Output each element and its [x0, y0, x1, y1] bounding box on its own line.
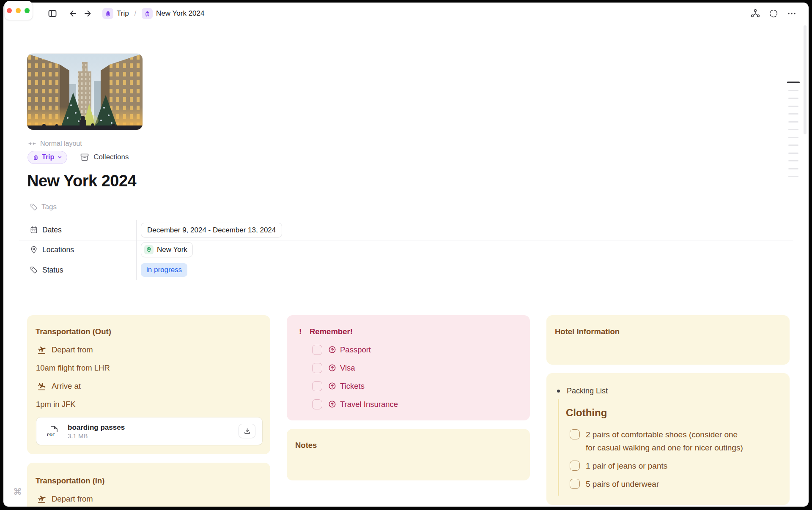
card-hotel-information: Hotel Information — [546, 315, 790, 365]
ellipsis-icon — [787, 8, 797, 19]
outline-mark[interactable] — [788, 160, 798, 161]
attachment-name: boarding passes — [68, 423, 125, 432]
outline-mark[interactable] — [788, 145, 798, 146]
status-badge[interactable]: in progress — [141, 263, 187, 277]
checklist-item: Travel Insurance — [287, 395, 398, 413]
property-label-locations: Locations — [30, 244, 74, 256]
collections-label: Collections — [93, 153, 129, 161]
card-notes: Notes — [287, 429, 530, 480]
normal-layout-icon — [28, 139, 36, 148]
connections-button[interactable] — [750, 8, 760, 19]
row-divider — [19, 240, 793, 240]
arrive-label: Arrive at — [52, 382, 81, 391]
breadcrumb-separator: / — [134, 10, 136, 17]
outline-mark[interactable] — [788, 98, 798, 99]
desktop-background: Trip / New York 2024 — [0, 0, 812, 510]
plane-takeoff-icon — [36, 345, 47, 355]
document-type-chip[interactable]: Trip — [27, 151, 67, 164]
outline-mark[interactable] — [788, 106, 798, 107]
plane-takeoff-icon — [36, 494, 47, 504]
dates-label: Dates — [42, 226, 62, 235]
locations-label: Locations — [42, 245, 74, 254]
layout-switcher[interactable]: Normal layout — [28, 139, 82, 148]
depart-label: Depart from — [52, 494, 93, 504]
outline-mark[interactable] — [788, 176, 798, 177]
breadcrumb-current-page[interactable]: New York 2024 — [142, 8, 204, 19]
outline-mark[interactable] — [788, 153, 798, 154]
checkbox[interactable] — [570, 479, 580, 489]
checkbox[interactable] — [312, 381, 322, 391]
checklist-label: Visa — [340, 363, 355, 373]
property-label-dates: Dates — [30, 224, 62, 236]
tags-field[interactable]: Tags — [30, 202, 57, 212]
minimize-button[interactable] — [16, 8, 21, 13]
packing-list-label: Packing List — [567, 387, 608, 395]
close-button[interactable] — [7, 8, 12, 13]
plane-landing-icon — [36, 381, 47, 391]
forward-button[interactable] — [83, 8, 93, 19]
bullet-icon — [557, 390, 560, 393]
arrive-detail-text: 1pm in JFK — [36, 400, 76, 409]
map-pin-icon — [30, 245, 38, 254]
checklist-label: Tickets — [340, 382, 365, 391]
card-title: Remember! — [310, 327, 353, 336]
locations-value: New York — [157, 245, 187, 254]
window-controls — [4, 1, 33, 20]
packing-list-bullet-item[interactable]: Packing List — [557, 387, 608, 395]
checkbox[interactable] — [312, 363, 322, 373]
outline-mark[interactable] — [788, 121, 798, 123]
scrollbar-thumb[interactable] — [804, 25, 807, 134]
checkbox[interactable] — [312, 399, 322, 409]
app-window: Trip / New York 2024 — [3, 3, 809, 507]
checklist-label: 2 pairs of comfortable shoes (consider o… — [586, 428, 743, 454]
suitcase-icon — [102, 8, 113, 19]
breadcrumb-page-label: New York 2024 — [156, 9, 204, 18]
checklist-item: Visa — [287, 359, 398, 377]
download-button[interactable] — [239, 424, 255, 438]
property-label-status: Status — [30, 264, 63, 276]
pdf-file-icon: PDF — [47, 425, 59, 437]
dates-value-pill[interactable]: December 9, 2024 - December 13, 2024 — [141, 223, 282, 237]
checkbox[interactable] — [570, 461, 580, 471]
checklist-item: 5 pairs of underwear — [570, 477, 743, 491]
breadcrumb-trip[interactable]: Trip — [102, 8, 129, 19]
attachment-boarding-passes[interactable]: PDF boarding passes 3.1 MB — [36, 417, 262, 445]
checkbox[interactable] — [312, 345, 322, 355]
checkbox[interactable] — [570, 429, 580, 439]
status-label: Status — [42, 266, 63, 275]
sync-status-button[interactable] — [768, 8, 779, 19]
outline-mark[interactable] — [788, 168, 798, 169]
collections-button[interactable]: Collections — [80, 152, 129, 162]
outline-mark[interactable] — [788, 137, 798, 138]
arrive-row: Arrive at — [27, 377, 263, 395]
sidebar-toggle-button[interactable] — [47, 8, 58, 19]
more-options-button[interactable] — [787, 8, 797, 19]
outline-mark[interactable] — [788, 129, 798, 130]
card-transportation-out: Transportation (Out) Depart from 10am fl… — [27, 315, 270, 454]
exclamation-prefix: ! — [299, 327, 310, 336]
layout-label: Normal layout — [40, 140, 82, 147]
card-title: Notes — [295, 441, 317, 450]
card-title: Transportation (In) — [36, 476, 104, 485]
card-packing-list: Packing List Clothing 2 pairs of comfort… — [546, 373, 790, 505]
circle-arrow-up-icon — [327, 400, 337, 409]
cover-image[interactable] — [27, 54, 143, 130]
outline-mark-current[interactable] — [787, 82, 800, 83]
back-button[interactable] — [67, 8, 77, 19]
card-remember: ! Remember! Passport Visa — [287, 315, 530, 420]
clothing-heading: Clothing — [566, 407, 607, 419]
page-title[interactable]: New York 2024 — [27, 171, 136, 191]
dashed-circle-icon — [768, 8, 779, 19]
column-divider — [136, 220, 137, 280]
document-outline-minimap[interactable] — [787, 82, 800, 184]
outline-mark[interactable] — [788, 113, 798, 115]
tag-icon — [30, 266, 38, 274]
depart-row: Depart from — [27, 341, 263, 359]
outline-mark[interactable] — [788, 90, 798, 91]
fullscreen-button[interactable] — [25, 8, 30, 13]
checklist-item: 1 pair of jeans or pants — [570, 459, 743, 472]
depart-label: Depart from — [52, 345, 93, 355]
checklist-label: Passport — [340, 345, 371, 355]
tags-label: Tags — [41, 203, 57, 211]
locations-value-pill[interactable]: New York — [141, 242, 193, 257]
